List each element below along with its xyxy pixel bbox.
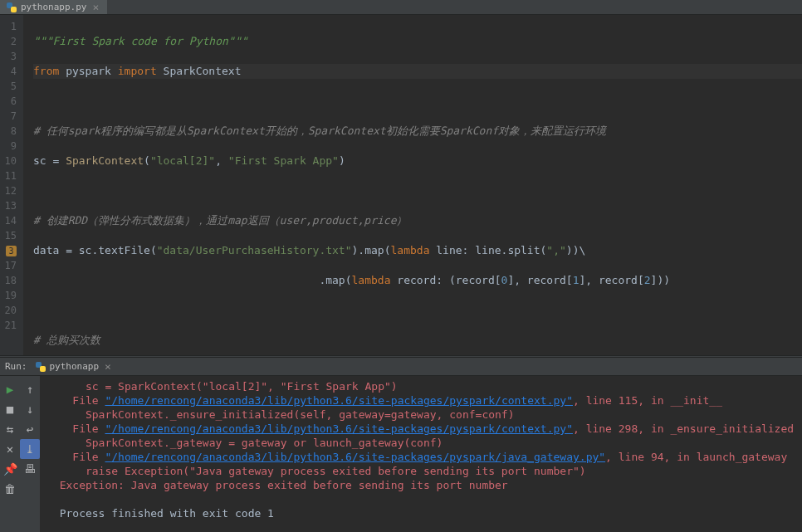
run-tab-name: pythonapp	[50, 361, 100, 372]
gutter-line[interactable]: 14	[3, 213, 17, 228]
traceback-link[interactable]: "/home/rencong/anaconda3/lib/python3.6/s…	[105, 422, 573, 435]
layout-button[interactable]: ⇆	[0, 419, 20, 439]
gutter-line[interactable]: 7	[3, 109, 17, 124]
scroll-to-end-button[interactable]: ⤓	[20, 439, 40, 459]
rerun-button[interactable]: ▶	[0, 379, 20, 399]
run-tab[interactable]: pythonapp ×	[36, 360, 113, 373]
gutter-line[interactable]: 9	[3, 139, 17, 154]
gutter-line[interactable]: 3	[3, 243, 17, 258]
editor-tab-pythonapp[interactable]: pythonapp.py ×	[0, 0, 107, 14]
python-file-icon	[36, 362, 46, 372]
run-panel: Run: pythonapp × ▶ ↑ ■ ↓ ⇆ ↩ ✕ ⤓ 📌 🖶 🗑 s…	[0, 358, 802, 532]
python-file-icon	[7, 2, 17, 12]
close-run-tab-icon[interactable]: ×	[103, 360, 113, 373]
gutter-line[interactable]: 1	[3, 19, 17, 34]
trash-button[interactable]: 🗑	[0, 479, 20, 499]
gutter-line[interactable]: 12	[3, 183, 17, 198]
gutter-line[interactable]: 5	[3, 79, 17, 94]
stop-button[interactable]: ■	[0, 399, 20, 419]
close-tab-icon[interactable]: ×	[90, 1, 100, 13]
run-toolbar: ▶ ↑ ■ ↓ ⇆ ↩ ✕ ⤓ 📌 🖶 🗑	[0, 376, 40, 532]
gutter-line[interactable]: 8	[3, 124, 17, 139]
traceback-link[interactable]: "/home/rencong/anaconda3/lib/python3.6/s…	[105, 451, 605, 463]
gutter-line[interactable]: 18	[3, 273, 17, 288]
traceback-link[interactable]: "/home/rencong/anaconda3/lib/python3.6/s…	[105, 394, 573, 407]
console-output[interactable]: sc = SparkContext("local[2]", "First Spa…	[40, 376, 802, 532]
spacer	[20, 479, 40, 499]
gutter-line[interactable]: 11	[3, 168, 17, 183]
docstring: """First Spark code for Python"""	[33, 35, 247, 47]
up-button[interactable]: ↑	[20, 379, 40, 399]
gutter-line[interactable]: 10	[3, 154, 17, 168]
editor-tab-bar: pythonapp.py ×	[0, 0, 802, 15]
breakpoint-marker[interactable]: 3	[6, 246, 17, 256]
tab-filename: pythonapp.py	[21, 2, 86, 12]
gutter-line[interactable]: 3	[3, 49, 17, 64]
line-gutter: 12345678910111213141531718192021	[0, 15, 23, 355]
run-panel-header: Run: pythonapp ×	[0, 358, 802, 376]
gutter-line[interactable]: 13	[3, 198, 17, 213]
run-label: Run:	[5, 361, 27, 372]
editor-area: 12345678910111213141531718192021 """Firs…	[0, 15, 802, 355]
code-editor[interactable]: """First Spark code for Python""" from p…	[23, 15, 802, 355]
gutter-line[interactable]: 21	[3, 318, 17, 333]
pin-button[interactable]: 📌	[0, 459, 20, 479]
gutter-line[interactable]: 15	[3, 228, 17, 243]
down-button[interactable]: ↓	[20, 399, 40, 419]
gutter-line[interactable]: 19	[3, 288, 17, 303]
run-body: ▶ ↑ ■ ↓ ⇆ ↩ ✕ ⤓ 📌 🖶 🗑 sc = SparkContext(…	[0, 376, 802, 532]
close-panel-button[interactable]: ✕	[0, 439, 20, 459]
soft-wrap-button[interactable]: ↩	[20, 419, 40, 439]
print-button[interactable]: 🖶	[20, 459, 40, 479]
gutter-line[interactable]: 2	[3, 34, 17, 49]
gutter-line[interactable]: 17	[3, 258, 17, 273]
gutter-line[interactable]: 6	[3, 94, 17, 109]
gutter-line[interactable]: 4	[3, 64, 17, 79]
gutter-line[interactable]: 20	[3, 303, 17, 318]
